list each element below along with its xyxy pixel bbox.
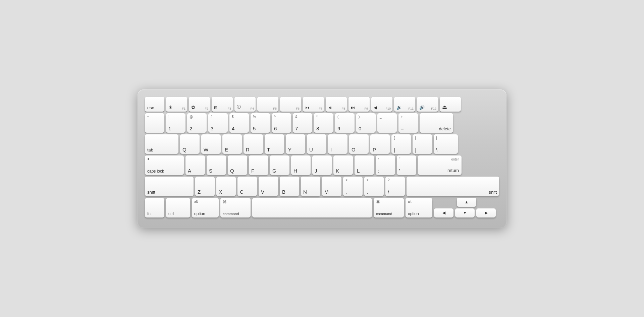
key-esc[interactable]: esc (145, 97, 164, 112)
key-arrow-up[interactable]: ▲ (457, 198, 476, 207)
key-n[interactable]: N (301, 177, 320, 196)
key-j[interactable]: J (312, 155, 332, 175)
key-period[interactable]: > . (364, 177, 384, 196)
key-minus[interactable]: _ - (377, 113, 397, 133)
key-o[interactable]: O (349, 134, 369, 154)
key-f6[interactable]: F6 (280, 97, 301, 112)
key-f9[interactable]: ⏭ F9 (348, 97, 370, 112)
key-f8[interactable]: ⏯ F8 (326, 97, 347, 112)
fn-row: esc ☀ F1 ✿ F2 ⊟ F3 ⓘ F4 F5 F6 ⏮ F7 ⏯ (145, 97, 499, 112)
arrow-keys: ▲ ◀ ▼ ▶ (434, 198, 499, 217)
key-k[interactable]: K (333, 155, 353, 175)
key-eject[interactable]: ⏏ (440, 97, 461, 112)
key-f[interactable]: F (249, 155, 268, 175)
key-u[interactable]: U (307, 134, 326, 154)
zxcv-row: shift Z X C V B N M < , > . ? / shift (145, 177, 499, 196)
key-5[interactable]: % 5 (251, 113, 270, 133)
key-delete[interactable]: delete (420, 113, 453, 133)
arrow-bottom-row: ◀ ▼ ▶ (434, 208, 499, 217)
key-2[interactable]: @ 2 (187, 113, 207, 133)
key-7[interactable]: & 7 (293, 113, 312, 133)
key-arrow-left[interactable]: ◀ (434, 208, 453, 217)
key-shift-left[interactable]: shift (145, 177, 194, 196)
key-f5[interactable]: F5 (257, 97, 278, 112)
key-r[interactable]: R (244, 134, 263, 154)
key-shift-right[interactable]: shift (407, 177, 499, 196)
qwerty-row: tab Q W E R T Y U I O P { [ } ] | \ (145, 134, 499, 154)
key-m[interactable]: M (322, 177, 341, 196)
key-enter[interactable]: enter return (418, 155, 462, 175)
key-f1[interactable]: ☀ F1 (166, 97, 187, 112)
keyboard: esc ☀ F1 ✿ F2 ⊟ F3 ⓘ F4 F5 F6 ⏮ F7 ⏯ (138, 89, 506, 228)
key-alt-right[interactable]: alt option (406, 198, 432, 217)
key-command-right[interactable]: ⌘ command (374, 198, 404, 217)
key-b[interactable]: B (280, 177, 299, 196)
key-9[interactable]: ( 9 (335, 113, 355, 133)
key-rbracket[interactable]: } ] (413, 134, 432, 154)
key-q[interactable]: Q (180, 134, 200, 154)
key-8[interactable]: * 8 (314, 113, 333, 133)
key-backtick[interactable]: ~ ` (145, 113, 164, 133)
key-4[interactable]: $ 4 (229, 113, 249, 133)
key-command-left[interactable]: ⌘ command (220, 198, 251, 217)
key-s[interactable]: S (207, 155, 226, 175)
key-f11[interactable]: 🔉 F11 (394, 97, 415, 112)
key-v[interactable]: V (259, 177, 278, 196)
key-tab[interactable]: tab (145, 134, 178, 154)
key-arrow-right[interactable]: ▶ (476, 208, 496, 217)
key-comma[interactable]: < , (343, 177, 363, 196)
caps-lock-indicator (148, 158, 149, 160)
key-f12[interactable]: 🔊 F12 (417, 97, 438, 112)
key-t[interactable]: T (265, 134, 284, 154)
key-ctrl[interactable]: ctrl (166, 198, 190, 217)
key-g[interactable]: G (270, 155, 289, 175)
key-0[interactable]: ) 0 (356, 113, 376, 133)
asdf-row: caps lock A S Q F G H J K L : ; " ' ente… (145, 155, 499, 175)
key-equals[interactable]: + = (398, 113, 418, 133)
key-l[interactable]: L (355, 155, 374, 175)
key-y[interactable]: Y (286, 134, 305, 154)
number-row: ~ ` ! 1 @ 2 # 3 $ 4 % 5 ^ 6 & 7 (145, 113, 499, 133)
bottom-row: fn ctrl alt option ⌘ command ⌘ command a… (145, 198, 499, 217)
key-backslash[interactable]: | \ (434, 134, 458, 154)
key-i[interactable]: I (328, 134, 347, 154)
key-c[interactable]: C (237, 177, 257, 196)
key-alt-left[interactable]: alt option (192, 198, 219, 217)
key-slash[interactable]: ? / (385, 177, 405, 196)
key-e[interactable]: E (222, 134, 242, 154)
key-arrow-down[interactable]: ▼ (455, 208, 475, 217)
arrow-up-row: ▲ (434, 198, 499, 207)
key-lbracket[interactable]: { [ (391, 134, 411, 154)
key-quote[interactable]: " ' (397, 155, 416, 175)
key-f2[interactable]: ✿ F2 (189, 97, 210, 112)
key-a[interactable]: A (185, 155, 205, 175)
key-d[interactable]: Q (228, 155, 247, 175)
key-z[interactable]: Z (195, 177, 215, 196)
key-p[interactable]: P (370, 134, 390, 154)
key-semicolon[interactable]: : ; (376, 155, 395, 175)
key-w[interactable]: W (201, 134, 221, 154)
key-x[interactable]: X (216, 177, 236, 196)
key-f3[interactable]: ⊟ F3 (212, 97, 233, 112)
key-6[interactable]: ^ 6 (272, 113, 291, 133)
key-1[interactable]: ! 1 (166, 113, 185, 133)
key-3[interactable]: # 3 (208, 113, 228, 133)
key-f4[interactable]: ⓘ F4 (234, 97, 256, 112)
key-space[interactable] (252, 198, 372, 217)
key-fn[interactable]: fn (145, 198, 164, 217)
key-h[interactable]: H (291, 155, 311, 175)
key-f7[interactable]: ⏮ F7 (303, 97, 324, 112)
key-f10[interactable]: ◀ F10 (371, 97, 392, 112)
key-caps-lock[interactable]: caps lock (145, 155, 184, 175)
